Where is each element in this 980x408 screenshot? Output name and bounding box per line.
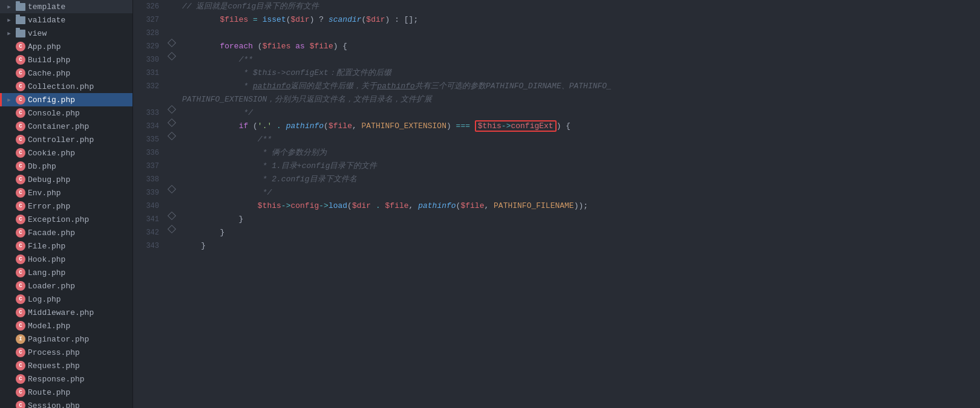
sidebar-item-label: Cookie.php: [28, 149, 75, 158]
sidebar-item-console[interactable]: C Console.php: [0, 106, 132, 120]
line-content: */: [177, 186, 980, 199]
file-icon: C: [16, 294, 25, 304]
code-line-339: 339 */: [133, 186, 980, 199]
code-line-327: 327 $files = isset($dir) ? scandir($dir)…: [133, 13, 980, 27]
file-tree[interactable]: template validate view C App.php C Build…: [0, 0, 133, 408]
code-line-333: 333 */: [133, 106, 980, 120]
gutter: [166, 93, 177, 106]
sidebar-item-file[interactable]: C File.php: [0, 239, 132, 253]
sidebar-item-facade[interactable]: C Facade.php: [0, 226, 132, 239]
wrap-line-332: PATHINFO_EXTENSION，分别为只返回文件名，文件目录名，文件扩展: [133, 93, 980, 106]
sidebar-item-env[interactable]: C Env.php: [0, 186, 132, 199]
sidebar-item-cookie[interactable]: C Cookie.php: [0, 146, 132, 160]
file-icon: C: [16, 268, 25, 277]
sidebar-item-model[interactable]: C Model.php: [0, 319, 132, 332]
file-icon: C: [16, 401, 25, 408]
code-line-337: 337 * 1.目录+config目录下的文件: [133, 160, 980, 173]
sidebar-item-label: Session.php: [28, 401, 80, 409]
sidebar-item-config[interactable]: C Config.php: [0, 93, 132, 106]
sidebar-item-request[interactable]: C Request.php: [0, 359, 132, 372]
line-number: 343: [133, 239, 166, 253]
code-line-332: 332 * pathinfo返回的是文件后缀，关于pathinfo共有三个可选的…: [133, 80, 980, 93]
arrow-icon: [5, 4, 13, 10]
sidebar-item-view[interactable]: view: [0, 27, 132, 40]
sidebar-item-middleware[interactable]: C Middleware.php: [0, 306, 132, 319]
file-icon: C: [16, 42, 25, 51]
gutter: [166, 53, 177, 59]
file-icon: C: [16, 68, 25, 78]
line-number: 339: [133, 186, 166, 199]
sidebar-item-db[interactable]: C Db.php: [0, 160, 132, 173]
sidebar-item-loader[interactable]: C Loader.php: [0, 279, 132, 293]
file-icon: C: [16, 161, 25, 171]
file-icon: I: [16, 334, 25, 344]
sidebar-item-lang[interactable]: C Lang.php: [0, 266, 132, 279]
line-content: if ('.' . pathinfo($file, PATHINFO_EXTEN…: [177, 120, 980, 133]
sidebar-item-collection[interactable]: C Collection.php: [0, 80, 132, 93]
sidebar-item-validate[interactable]: validate: [0, 13, 132, 27]
line-content: // 返回就是config目录下的所有文件: [177, 0, 980, 13]
sidebar-item-label: App.php: [28, 42, 61, 51]
sidebar-item-template[interactable]: template: [0, 0, 132, 13]
file-icon: C: [16, 241, 25, 251]
sidebar-item-container[interactable]: C Container.php: [0, 120, 132, 133]
sidebar-item-label: Hook.php: [28, 255, 65, 264]
line-number: 334: [133, 120, 166, 133]
sidebar-item-label: Db.php: [28, 162, 56, 171]
sidebar-item-process[interactable]: C Process.php: [0, 346, 132, 359]
file-icon: C: [16, 135, 25, 144]
sidebar-item-hook[interactable]: C Hook.php: [0, 253, 132, 266]
gutter: [166, 120, 177, 126]
sidebar-item-label: Container.php: [28, 122, 89, 131]
sidebar-item-label: Route.php: [28, 388, 70, 397]
line-content: /**: [177, 53, 980, 66]
line-number: 329: [133, 40, 166, 53]
sidebar-item-label: Middleware.php: [28, 308, 94, 317]
folder-icon: [16, 16, 25, 24]
sidebar-item-label: Process.php: [28, 348, 80, 357]
sidebar-item-log[interactable]: C Log.php: [0, 293, 132, 306]
code-line-343: 343 }: [133, 239, 980, 253]
line-number: 341: [133, 213, 166, 226]
sidebar-item-label: Debug.php: [28, 175, 70, 184]
sidebar-item-label: Console.php: [28, 109, 80, 118]
code-editor[interactable]: 326 // 返回就是config目录下的所有文件 327 $files = i…: [133, 0, 980, 408]
line-content: * 俩个参数分别为: [177, 146, 980, 160]
sidebar-item-controller[interactable]: C Controller.php: [0, 133, 132, 146]
gutter: [166, 133, 177, 139]
code-line-326: 326 // 返回就是config目录下的所有文件: [133, 0, 980, 13]
gutter: [166, 213, 177, 219]
sidebar-item-response[interactable]: C Response.php: [0, 372, 132, 386]
sidebar-item-route[interactable]: C Route.php: [0, 386, 132, 399]
line-content: [177, 27, 980, 40]
sidebar-item-error[interactable]: C Error.php: [0, 199, 132, 213]
sidebar-item-session[interactable]: C Session.php: [0, 399, 132, 408]
file-icon: C: [16, 321, 25, 331]
sidebar-item-debug[interactable]: C Debug.php: [0, 173, 132, 186]
gutter: [166, 226, 177, 232]
line-number: 332: [133, 80, 166, 93]
code-line-329: 329 foreach ($files as $file) {: [133, 40, 980, 53]
line-number: 333: [133, 106, 166, 120]
line-content: * 2.config目录下文件名: [177, 173, 980, 186]
sidebar-item-label: Paginator.php: [28, 335, 89, 344]
line-content: }: [177, 226, 980, 239]
sidebar-item-app[interactable]: C App.php: [0, 40, 132, 53]
file-icon: C: [16, 281, 25, 291]
sidebar-item-exception[interactable]: C Exception.php: [0, 213, 132, 226]
line-number: 338: [133, 173, 166, 186]
code-line-331: 331 * $this->configExt：配置文件的后缀: [133, 66, 980, 80]
sidebar-item-label: Model.php: [28, 322, 70, 331]
file-icon: C: [16, 175, 25, 184]
sidebar-item-label: Request.php: [28, 361, 80, 371]
file-icon: C: [16, 361, 25, 371]
line-content: * pathinfo返回的是文件后缀，关于pathinfo共有三个可选的参数PA…: [177, 80, 980, 93]
line-number: 342: [133, 226, 166, 239]
file-icon: C: [16, 121, 25, 131]
sidebar-item-build[interactable]: C Build.php: [0, 53, 132, 66]
sidebar-item-paginator[interactable]: I Paginator.php: [0, 332, 132, 346]
file-icon: C: [16, 95, 25, 105]
sidebar-item-cache[interactable]: C Cache.php: [0, 66, 132, 80]
line-content: */: [177, 106, 980, 120]
line-content: PATHINFO_EXTENSION，分别为只返回文件名，文件目录名，文件扩展: [177, 93, 980, 106]
